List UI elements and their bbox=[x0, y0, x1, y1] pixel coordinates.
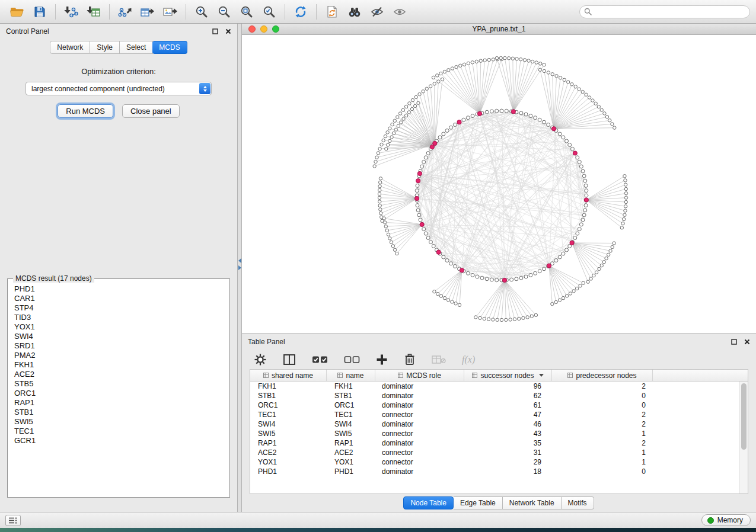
graph-node[interactable] bbox=[398, 112, 401, 115]
tab-edge-table[interactable]: Edge Table bbox=[454, 496, 503, 509]
graph-dominator-node[interactable] bbox=[584, 198, 588, 202]
graph-node[interactable] bbox=[573, 236, 577, 240]
graph-node[interactable] bbox=[600, 108, 603, 111]
task-history-icon[interactable] bbox=[5, 515, 21, 526]
graph-node[interactable] bbox=[538, 68, 541, 71]
graph-node[interactable] bbox=[570, 147, 574, 150]
graph-node[interactable] bbox=[414, 95, 417, 98]
graph-node[interactable] bbox=[598, 267, 601, 270]
graph-node[interactable] bbox=[438, 136, 442, 139]
graph-node[interactable] bbox=[576, 232, 579, 235]
graph-node[interactable] bbox=[442, 132, 445, 136]
graph-node[interactable] bbox=[379, 211, 382, 214]
graph-node[interactable] bbox=[445, 259, 449, 262]
graph-node[interactable] bbox=[538, 118, 541, 121]
column-header-name[interactable]: name bbox=[327, 370, 375, 381]
graph-node[interactable] bbox=[572, 290, 575, 293]
graph-dominator-node[interactable] bbox=[436, 250, 441, 254]
graph-dominator-node[interactable] bbox=[457, 120, 461, 124]
mcds-result-node[interactable]: ACE2 bbox=[14, 370, 223, 379]
open-session-icon[interactable] bbox=[6, 2, 28, 21]
graph-node[interactable] bbox=[479, 316, 481, 319]
graph-node[interactable] bbox=[378, 185, 381, 188]
graph-node[interactable] bbox=[558, 255, 562, 259]
graph-node[interactable] bbox=[375, 156, 378, 159]
graph-node[interactable] bbox=[581, 218, 585, 222]
zoom-in-icon[interactable] bbox=[190, 2, 213, 21]
graph-node[interactable] bbox=[382, 139, 385, 142]
search-field[interactable] bbox=[579, 5, 750, 18]
maximize-window-icon[interactable] bbox=[272, 25, 279, 33]
graph-dominator-node[interactable] bbox=[420, 222, 424, 226]
table-row-SWI4[interactable]: SWI4SWI4dominator462 bbox=[250, 419, 748, 429]
graph-node[interactable] bbox=[496, 318, 499, 321]
graph-node[interactable] bbox=[455, 65, 458, 68]
graph-node[interactable] bbox=[624, 200, 627, 203]
zoom-fit-icon[interactable] bbox=[235, 2, 258, 21]
tab-motifs[interactable]: Motifs bbox=[562, 496, 594, 509]
export-table-icon[interactable] bbox=[136, 2, 159, 21]
graph-node[interactable] bbox=[399, 121, 402, 124]
graph-node[interactable] bbox=[378, 193, 381, 196]
table-scrollbar[interactable] bbox=[739, 382, 748, 493]
graph-node[interactable] bbox=[483, 59, 486, 62]
graph-node[interactable] bbox=[459, 64, 462, 67]
table-row-TEC1[interactable]: TEC1TEC1connector472 bbox=[250, 410, 748, 419]
graph-node[interactable] bbox=[579, 165, 583, 168]
graph-node[interactable] bbox=[562, 136, 565, 139]
mcds-result-node[interactable]: RAP1 bbox=[14, 398, 223, 408]
tab-network[interactable]: Network bbox=[50, 41, 90, 54]
graph-node[interactable] bbox=[624, 179, 627, 182]
graph-node[interactable] bbox=[447, 68, 450, 71]
mcds-result-node[interactable]: TID3 bbox=[14, 313, 223, 322]
mcds-result-node[interactable]: SWI4 bbox=[14, 332, 223, 341]
graph-node[interactable] bbox=[570, 83, 573, 86]
graph-node[interactable] bbox=[607, 253, 610, 256]
graph-node[interactable] bbox=[534, 313, 537, 316]
graph-node[interactable] bbox=[379, 177, 382, 180]
mcds-result-node[interactable]: FKH1 bbox=[14, 360, 223, 370]
graph-node[interactable] bbox=[480, 276, 484, 280]
graph-node[interactable] bbox=[511, 57, 514, 60]
graph-node[interactable] bbox=[578, 160, 581, 164]
float-panel-icon[interactable] bbox=[212, 28, 218, 34]
graph-node[interactable] bbox=[535, 61, 538, 64]
save-session-icon[interactable] bbox=[28, 2, 51, 21]
show-columns-icon[interactable] bbox=[283, 354, 296, 366]
network-graph[interactable] bbox=[242, 35, 756, 334]
table-options-icon[interactable] bbox=[254, 353, 267, 366]
graph-node[interactable] bbox=[526, 316, 529, 319]
graph-node[interactable] bbox=[404, 105, 407, 108]
mcds-result-node[interactable]: STP4 bbox=[14, 303, 223, 313]
graph-node[interactable] bbox=[401, 108, 404, 111]
graph-node[interactable] bbox=[534, 116, 537, 120]
graph-node[interactable] bbox=[433, 290, 436, 293]
graph-node[interactable] bbox=[451, 67, 454, 70]
graph-node[interactable] bbox=[443, 70, 446, 73]
graph-node[interactable] bbox=[424, 232, 428, 235]
close-window-icon[interactable] bbox=[248, 25, 256, 33]
graph-node[interactable] bbox=[602, 260, 605, 263]
graph-node[interactable] bbox=[413, 104, 416, 107]
graph-node[interactable] bbox=[462, 118, 465, 121]
graph-node[interactable] bbox=[411, 98, 414, 101]
optimization-criterion-select[interactable]: largest connected component (undirected) bbox=[25, 82, 212, 95]
tab-network-table[interactable]: Network Table bbox=[503, 496, 562, 509]
graph-node[interactable] bbox=[500, 109, 503, 113]
graph-node[interactable] bbox=[585, 93, 588, 96]
graph-node[interactable] bbox=[624, 187, 627, 190]
column-header-shared-name[interactable]: shared name bbox=[250, 370, 327, 381]
graph-node[interactable] bbox=[386, 131, 389, 134]
graph-node[interactable] bbox=[505, 109, 508, 113]
graph-node[interactable] bbox=[417, 213, 421, 217]
graph-node[interactable] bbox=[585, 194, 588, 197]
graph-node[interactable] bbox=[395, 252, 398, 255]
graph-node[interactable] bbox=[404, 114, 407, 117]
graph-node[interactable] bbox=[453, 264, 457, 268]
graph-node[interactable] bbox=[388, 237, 391, 240]
graph-node[interactable] bbox=[621, 222, 624, 225]
graph-node[interactable] bbox=[568, 143, 572, 147]
graph-dominator-node[interactable] bbox=[511, 110, 515, 114]
graph-node[interactable] bbox=[559, 76, 562, 79]
apply-layout-icon[interactable] bbox=[289, 2, 312, 21]
